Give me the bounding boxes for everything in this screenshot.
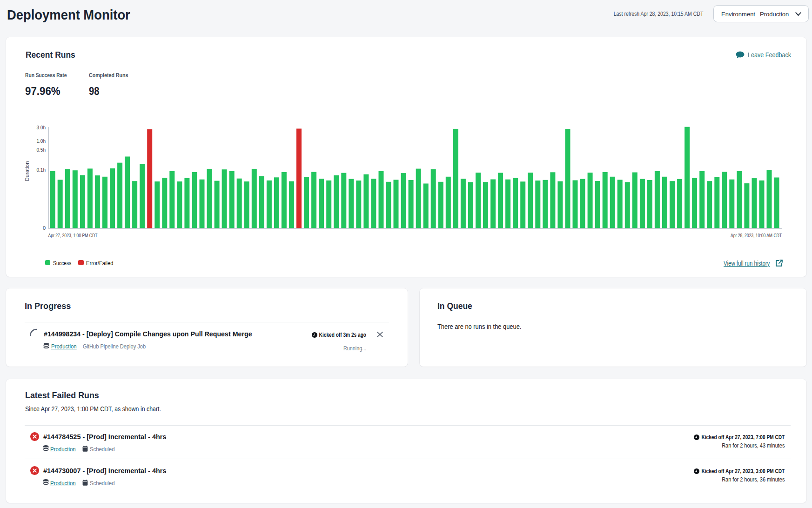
svg-text:3.0h: 3.0h	[37, 125, 46, 130]
svg-text:Duration: Duration	[24, 161, 30, 181]
svg-text:Apr 28, 2023, 10:00 AM CDT: Apr 28, 2023, 10:00 AM CDT	[731, 233, 782, 238]
svg-text:0: 0	[43, 225, 46, 231]
svg-text:0.1h: 0.1h	[37, 167, 46, 173]
svg-text:1.0h: 1.0h	[37, 138, 46, 144]
svg-text:0.5h: 0.5h	[37, 147, 46, 153]
svg-text:Apr 27, 2023, 1:00 PM CDT: Apr 27, 2023, 1:00 PM CDT	[48, 233, 98, 238]
